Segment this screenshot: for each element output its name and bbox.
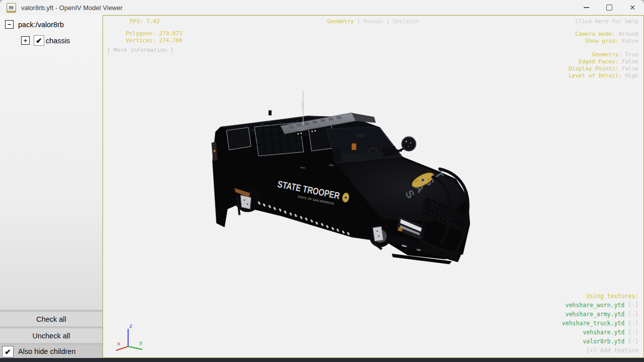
x-axis-line bbox=[116, 346, 128, 350]
texture-name: vehshare.ytd bbox=[583, 329, 624, 336]
close-button[interactable]: ✕ bbox=[621, 0, 644, 15]
model-tree: − pack:/valor8rb + ✔ chassis bbox=[0, 15, 102, 46]
more-information-link[interactable]: [ More information ] bbox=[107, 47, 182, 54]
texture-name: vehshare_worn.ytd bbox=[566, 302, 625, 309]
help-link[interactable]: Click here for help bbox=[569, 18, 638, 25]
viewport[interactable]: SAST bbox=[102, 15, 644, 358]
setting-level-of-detail[interactable]: Level of Detail:High bbox=[569, 72, 638, 79]
chassis-checkbox[interactable]: ✔ bbox=[34, 35, 44, 46]
uncheck-all-button[interactable]: Uncheck all bbox=[0, 328, 102, 343]
app-icon: IV bbox=[7, 3, 16, 13]
tree-chassis-label: chassis bbox=[46, 37, 70, 45]
texture-remove-button[interactable]: [-] bbox=[628, 329, 638, 336]
setting-display-points[interactable]: Display Points:False bbox=[569, 65, 638, 72]
windshield bbox=[327, 127, 402, 163]
tab-separator: | bbox=[357, 18, 361, 25]
maximize-icon bbox=[606, 5, 612, 11]
texture-list-header: Using textures: bbox=[562, 292, 638, 301]
rear-axle-parts bbox=[235, 186, 261, 215]
tree-chassis-row[interactable]: + ✔ chassis bbox=[5, 35, 102, 46]
maximize-button[interactable] bbox=[598, 0, 621, 15]
window-title: valor8rb.yft - OpenIV Model Viewer bbox=[21, 4, 123, 12]
minimize-button[interactable] bbox=[575, 0, 598, 15]
tab-geometry[interactable]: Geometry bbox=[328, 18, 354, 25]
also-hide-children-row[interactable]: ✔ Also hide children bbox=[0, 345, 102, 358]
close-icon: ✕ bbox=[629, 4, 635, 11]
tab-bounds[interactable]: Bounds bbox=[363, 18, 383, 25]
tree-root-row[interactable]: − pack:/valor8rb bbox=[5, 20, 102, 29]
also-hide-children-label: Also hide children bbox=[18, 347, 75, 355]
setting-show-grid[interactable]: Show grid:False bbox=[569, 38, 638, 45]
checkmark-icon: ✔ bbox=[5, 348, 11, 355]
collapse-toggle-icon[interactable]: − bbox=[5, 20, 14, 29]
tab-separator: | bbox=[386, 18, 390, 25]
texture-list: Using textures: vehshare_worn.ytd[-] veh… bbox=[562, 292, 638, 355]
polygon-count: Polygons: 279,073 bbox=[107, 30, 182, 37]
texture-remove-button[interactable]: [-] bbox=[628, 338, 638, 345]
setting-geometry[interactable]: Geometry:True bbox=[569, 51, 638, 58]
texture-row: vehshare_truck.ytd[-] bbox=[562, 319, 638, 328]
setting-edged-faces[interactable]: Edged Faces:False bbox=[569, 58, 638, 65]
spotlight bbox=[391, 137, 416, 155]
add-texture-button[interactable]: [+] Add texture bbox=[562, 346, 638, 355]
axis-gizmo: z x y bbox=[110, 322, 146, 352]
setting-camera-mode[interactable]: Camera mode:Around bbox=[569, 31, 638, 38]
app-window: IV valor8rb.yft - OpenIV Model Viewer ✕ … bbox=[0, 0, 644, 362]
stats-overlay: FPS: 7.42 Polygons: 279,073 Vertices: 27… bbox=[107, 18, 182, 54]
expand-toggle-icon[interactable]: + bbox=[21, 36, 30, 45]
y-axis-label: y bbox=[139, 339, 143, 346]
tree-root-label: pack:/valor8rb bbox=[18, 21, 64, 29]
minimize-icon bbox=[584, 7, 589, 8]
window-bottom-edge bbox=[0, 358, 644, 362]
texture-row: vehshare_army.ytd[-] bbox=[562, 310, 638, 319]
texture-remove-button[interactable]: [-] bbox=[628, 311, 638, 318]
x-axis-label: x bbox=[117, 340, 121, 347]
model-tree-sidebar: − pack:/valor8rb + ✔ chassis Check all U… bbox=[0, 15, 102, 358]
texture-name: valor8rb.ytd bbox=[583, 338, 624, 345]
z-axis-label: z bbox=[129, 323, 133, 329]
texture-row: vehshare_worn.ytd[-] bbox=[562, 301, 638, 310]
check-all-button[interactable]: Check all bbox=[0, 312, 102, 326]
front-brake bbox=[369, 225, 391, 249]
also-hide-children-checkbox[interactable]: ✔ bbox=[2, 346, 14, 357]
settings-overlay: Click here for help Camera mode:Around S… bbox=[569, 18, 638, 79]
texture-name: vehshare_army.ytd bbox=[566, 311, 625, 318]
view-mode-tabs: Geometry|Bounds|Skeleton bbox=[328, 18, 419, 25]
texture-remove-button[interactable]: [-] bbox=[628, 320, 638, 327]
fps-counter: FPS: 7.42 bbox=[107, 18, 182, 25]
vertex-count: Vertices: 274,780 bbox=[107, 37, 182, 44]
checkmark-icon: ✔ bbox=[36, 37, 42, 44]
texture-name: vehshare_truck.ytd bbox=[562, 320, 625, 327]
texture-row: valor8rb.ytd[-] bbox=[562, 337, 638, 346]
y-axis-line bbox=[128, 346, 142, 349]
tree-actions: Check all Uncheck all ✔ Also hide childr… bbox=[0, 310, 102, 358]
texture-row: vehshare.ytd[-] bbox=[562, 328, 638, 337]
title-bar[interactable]: IV valor8rb.yft - OpenIV Model Viewer ✕ bbox=[0, 0, 644, 15]
texture-remove-button[interactable]: [-] bbox=[628, 302, 638, 309]
tab-skeleton[interactable]: Skeleton bbox=[393, 18, 419, 25]
